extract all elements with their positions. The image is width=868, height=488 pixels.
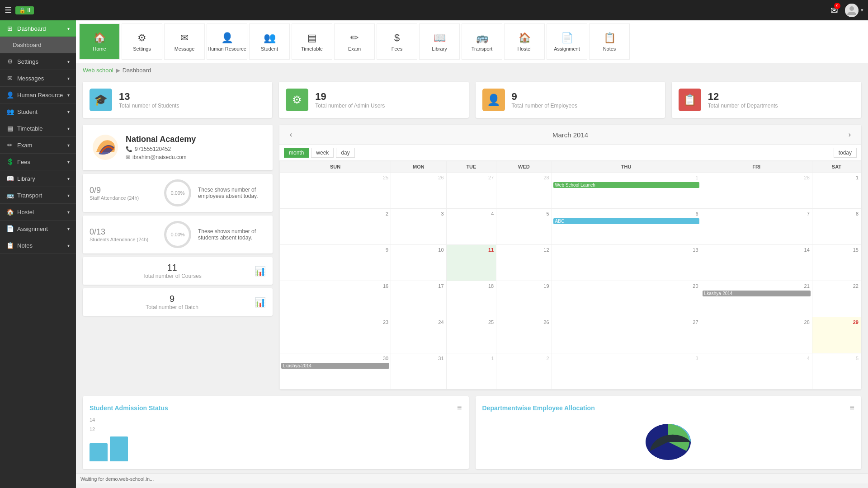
calendar-header: ‹ March 2014 › bbox=[279, 125, 861, 145]
cal-today-button[interactable]: today bbox=[834, 148, 857, 158]
cal-cell[interactable]: 4 bbox=[701, 353, 812, 389]
settings-chevron: ▾ bbox=[67, 59, 70, 64]
nav-icon-hostel[interactable]: 🏠 Hostel bbox=[504, 23, 545, 60]
nav-icon-home[interactable]: 🏠 Home bbox=[79, 23, 120, 60]
cal-cell[interactable]: 31 bbox=[391, 353, 446, 389]
cal-cell[interactable]: 1 Web School Launch bbox=[552, 173, 701, 209]
stat-icon-employees: 👤 bbox=[482, 89, 505, 111]
cal-cell[interactable]: 24 bbox=[391, 317, 446, 353]
cal-cell[interactable]: 27 bbox=[446, 173, 496, 209]
user-menu[interactable]: ▾ bbox=[845, 4, 863, 17]
stat-icon-departments: 📋 bbox=[679, 89, 701, 111]
hr-icon: 👤 bbox=[6, 91, 14, 99]
cal-cell[interactable]: 28 bbox=[701, 317, 812, 353]
cal-cell[interactable]: 4 bbox=[446, 209, 496, 245]
nav-icon-settings[interactable]: ⚙ Settings bbox=[122, 23, 162, 60]
sidebar-item-hostel[interactable]: 🏠 Hostel ▾ bbox=[0, 204, 76, 221]
cal-cell[interactable]: 3 bbox=[552, 353, 701, 389]
cal-cell[interactable]: 5 bbox=[812, 353, 861, 389]
mail-badge: 9 bbox=[834, 3, 840, 9]
cal-cell[interactable]: 5 bbox=[496, 209, 552, 245]
admission-chart-menu-icon[interactable]: ≡ bbox=[457, 403, 462, 413]
sidebar-item-student[interactable]: 👥 Student ▾ bbox=[0, 103, 76, 120]
cal-prev-button[interactable]: ‹ bbox=[286, 129, 296, 140]
cal-cell[interactable]: 11 bbox=[446, 245, 496, 281]
nav-icon-notes[interactable]: 📋 Notes bbox=[589, 23, 630, 60]
nav-icon-message[interactable]: ✉ Message bbox=[164, 23, 205, 60]
cal-cell[interactable]: 19 bbox=[496, 281, 552, 317]
sidebar-item-hr[interactable]: 👤 Human Resource ▾ bbox=[0, 87, 76, 103]
cal-cell[interactable]: 17 bbox=[391, 281, 446, 317]
cal-cell[interactable]: 25 bbox=[280, 173, 391, 209]
sidebar-item-notes[interactable]: 📋 Notes ▾ bbox=[0, 237, 76, 254]
cal-cell[interactable]: 25 bbox=[446, 317, 496, 353]
sidebar-item-library[interactable]: 📖 Library ▾ bbox=[0, 170, 76, 187]
cal-cell[interactable]: 16 bbox=[280, 281, 391, 317]
nav-home-label: Home bbox=[93, 46, 106, 52]
cal-cell[interactable]: 1 bbox=[812, 173, 861, 209]
cal-cell[interactable]: 30 Lkashya-2014 bbox=[280, 353, 391, 389]
cal-cell[interactable]: 1 bbox=[446, 353, 496, 389]
cal-cell[interactable]: 13 bbox=[552, 245, 701, 281]
nav-icon-student[interactable]: 👥 Student bbox=[249, 23, 290, 60]
cal-cell[interactable]: 2 bbox=[496, 353, 552, 389]
sidebar-item-settings[interactable]: ⚙ Settings ▾ bbox=[0, 53, 76, 70]
cal-cell[interactable]: 28 bbox=[496, 173, 552, 209]
sidebar-item-exam[interactable]: ✏ Exam ▾ bbox=[0, 137, 76, 154]
cal-cell[interactable]: 9 bbox=[280, 245, 391, 281]
hamburger-icon[interactable]: ☰ bbox=[5, 5, 12, 15]
cal-cell[interactable]: 7 bbox=[701, 209, 812, 245]
nav-icon-transport[interactable]: 🚌 Transport bbox=[462, 23, 502, 60]
cal-cell[interactable]: 22 bbox=[812, 281, 861, 317]
cal-cell[interactable]: 27 bbox=[552, 317, 701, 353]
nav-icon-hr[interactable]: 👤 Human Resource bbox=[207, 23, 247, 60]
cal-month-button[interactable]: month bbox=[284, 148, 309, 158]
cal-cell[interactable]: 14 bbox=[701, 245, 812, 281]
cal-cell[interactable]: 15 bbox=[812, 245, 861, 281]
school-name: National Academy bbox=[126, 135, 196, 144]
cal-cell[interactable]: 6 ABC bbox=[552, 209, 701, 245]
cal-cell[interactable]: 3 bbox=[391, 209, 446, 245]
admission-chart-y2: 12 bbox=[90, 425, 462, 432]
sidebar-item-fees[interactable]: 💲 Fees ▾ bbox=[0, 154, 76, 170]
breadcrumb-home[interactable]: Web school bbox=[83, 67, 113, 74]
staff-att-ratio: 0/9 bbox=[90, 186, 157, 195]
cal-week-2: 2 3 4 5 6 ABC 7 8 bbox=[280, 209, 861, 245]
cal-cell[interactable]: 10 bbox=[391, 245, 446, 281]
nav-icon-exam[interactable]: ✏ Exam bbox=[334, 23, 375, 60]
nav-icon-assignment[interactable]: 📄 Assignment bbox=[547, 23, 587, 60]
cal-cell[interactable]: 26 bbox=[391, 173, 446, 209]
cal-cell[interactable]: 12 bbox=[496, 245, 552, 281]
nav-icon-fees[interactable]: $ Fees bbox=[377, 23, 417, 60]
sidebar-item-transport[interactable]: 🚌 Transport ▾ bbox=[0, 187, 76, 204]
cal-cell[interactable]: 23 bbox=[280, 317, 391, 353]
settings-nav-icon: ⚙ bbox=[137, 32, 146, 44]
message-nav-icon: ✉ bbox=[180, 32, 189, 44]
dept-chart-menu-icon[interactable]: ≡ bbox=[849, 403, 854, 413]
cal-cell[interactable]: 29 bbox=[812, 317, 861, 353]
sidebar-item-messages[interactable]: ✉ Messages ▾ bbox=[0, 70, 76, 87]
nav-icon-timetable[interactable]: ▤ Timetable bbox=[292, 23, 332, 60]
cal-cell[interactable]: 18 bbox=[446, 281, 496, 317]
sidebar-subitem-dashboard[interactable]: Dashboard bbox=[0, 37, 76, 53]
user-avatar bbox=[845, 4, 859, 17]
nav-notes-label: Notes bbox=[603, 46, 616, 52]
nav-icon-library[interactable]: 📖 Library bbox=[419, 23, 460, 60]
cal-cell[interactable]: 26 bbox=[496, 317, 552, 353]
cal-cell[interactable]: 2 bbox=[280, 209, 391, 245]
sidebar-item-dashboard-group[interactable]: ⊞ Dashboard ▾ bbox=[0, 20, 76, 37]
cal-cell[interactable]: 21 Lkashya-2014 bbox=[701, 281, 812, 317]
admission-bar-chart bbox=[90, 434, 462, 461]
stat-label-departments: Total number of Departments bbox=[708, 103, 778, 109]
cal-next-button[interactable]: › bbox=[845, 129, 854, 140]
sidebar-item-assignment[interactable]: 📄 Assignment ▾ bbox=[0, 221, 76, 237]
cal-cell[interactable]: 28 bbox=[701, 173, 812, 209]
cal-day-button[interactable]: day bbox=[336, 148, 354, 158]
cal-week-button[interactable]: week bbox=[311, 148, 334, 158]
cal-cell[interactable]: 20 bbox=[552, 281, 701, 317]
calendar-view-controls: month week day today bbox=[279, 145, 861, 161]
sidebar-item-timetable[interactable]: ▤ Timetable ▾ bbox=[0, 120, 76, 137]
right-panel: ‹ March 2014 › month week day today bbox=[279, 125, 861, 389]
cal-cell[interactable]: 8 bbox=[812, 209, 861, 245]
mail-icon[interactable]: ✉ 9 bbox=[830, 5, 838, 16]
